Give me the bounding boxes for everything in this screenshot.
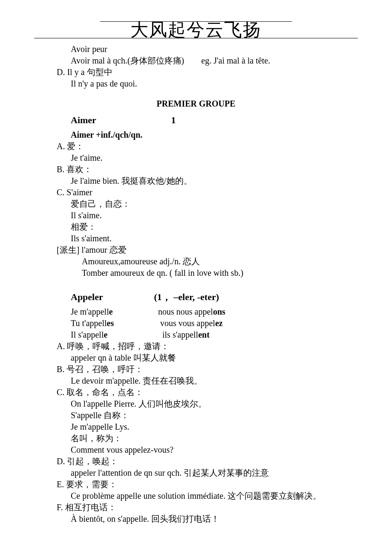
aimer-c-l3: 相爱： [34, 221, 358, 233]
appeler-e-head: 要求，需要： [66, 480, 117, 489]
appeler-a-marker: A. [57, 341, 65, 351]
conj-3r-a: ils s'appell [162, 330, 198, 339]
appeler-c-head: 取名，命名，点名： [66, 387, 143, 397]
verb-aimer-head: Aimer 1 [34, 114, 358, 127]
conj-3r-b: ent [198, 330, 210, 339]
aimer-deriv-3: Tomber amoureux de qn. ( fall in love wi… [34, 267, 358, 279]
aimer-c-l2: Il s'aime. [34, 210, 358, 221]
intro-d-row: D. Il y a 句型中 [34, 66, 358, 78]
appeler-c-l4: 名叫，称为： [34, 433, 358, 444]
aimer-b-marker: B. [57, 165, 64, 174]
appeler-f-row: F. 相互打电话： [34, 502, 358, 513]
page-header: 大风起兮云飞扬 [34, 21, 358, 38]
conj-1r-b: ons [213, 307, 225, 316]
appeler-b-row: B. 号召，召唤，呼吁： [34, 364, 358, 375]
conj-3l-a: Il s'appell [71, 330, 104, 339]
section-premier-groupe: PREMIER GROUPE [34, 98, 358, 110]
aimer-c-l1: 爱自己，自恋： [34, 198, 358, 210]
appeler-f-marker: F. [57, 503, 63, 512]
aimer-b-row: B. 喜欢： [34, 164, 358, 175]
aimer-b-example: Je l'aime bien. 我挺喜欢他/她的。 [34, 175, 358, 187]
content: Avoir peur Avoir mal à qch.(身体部位疼痛) eg. … [34, 43, 358, 524]
intro-line-1: Avoir peur [34, 43, 358, 55]
appeler-c-l1: On l'appelle Pierre. 人们叫他皮埃尔。 [34, 398, 358, 410]
aimer-a-head: 爱： [67, 142, 84, 151]
conj-1l-b: e [109, 307, 113, 316]
verb-appeler-name: Appeler [71, 291, 152, 304]
conj-1r-a: nous nous appel [158, 307, 213, 316]
conj-row-3: Il s'appelle ils s'appellent [34, 329, 358, 341]
aimer-c-marker: C. [57, 188, 64, 197]
appeler-d-head: 引起，唤起： [67, 457, 118, 466]
aimer-subhead: Aimer +inf./qch/qn. [34, 129, 358, 141]
aimer-a-marker: A. [57, 142, 65, 151]
aimer-a-row: A. 爱： [34, 141, 358, 152]
conj-row-1: Je m'appelle nous nous appelons [34, 306, 358, 318]
appeler-b-example: Le devoir m'appelle. 责任在召唤我。 [34, 375, 358, 387]
appeler-a-row: A. 呼唤，呼喊，招呼，邀请： [34, 341, 358, 352]
intro-line-2b: eg. J'ai mal à la tête. [201, 56, 270, 65]
intro-d-marker: D. [57, 67, 65, 77]
verb-appeler-head: Appeler (1， –eler, -eter) [34, 291, 358, 304]
appeler-c-marker: C. [57, 387, 64, 397]
intro-line-2a: Avoir mal à qch.(身体部位疼痛) [71, 56, 184, 65]
intro-d-head: Il y a 句型中 [67, 67, 112, 77]
appeler-c-l2: S'appelle 自称： [34, 410, 358, 421]
aimer-c-head: S'aimer [66, 188, 92, 197]
aimer-a-example: Je t'aime. [34, 152, 358, 164]
appeler-d-row: D. 引起，唤起： [34, 456, 358, 467]
appeler-e-example: Ce problème appelle une solution immédia… [34, 490, 358, 502]
aimer-deriv-2: Amoureux,amoureuse adj./n. 恋人 [34, 256, 358, 267]
conj-2l-a: Tu t'appell [71, 318, 107, 328]
conj-row-2: Tu t'appelles vous vous appelez [34, 318, 358, 329]
appeler-d-marker: D. [57, 457, 65, 466]
aimer-c-l4: Ils s'aiment. [34, 233, 358, 244]
intro-d-example: Il n'y a pas de quoi. [34, 78, 358, 90]
appeler-a-example: appeler qn à table 叫某人就餐 [34, 352, 358, 364]
verb-aimer-name: Aimer [71, 114, 169, 127]
appeler-b-head: 号召，召唤，呼吁： [66, 364, 143, 374]
appeler-c-l3: Je m'appelle Lys. [34, 421, 358, 433]
verb-appeler-number: (1， –eler, -eter) [154, 292, 219, 302]
aimer-b-head: 喜欢： [66, 165, 92, 174]
appeler-c-l5: Comment vous appelez-vous? [34, 444, 358, 456]
aimer-c-row: C. S'aimer [34, 187, 358, 198]
aimer-deriv-1: [派生] l'amour 恋爱 [34, 244, 358, 256]
conj-2l-b: es [107, 318, 114, 328]
appeler-d-example: appeler l'attention de qn sur qch. 引起某人对… [34, 467, 358, 479]
verb-aimer-number: 1 [171, 115, 176, 125]
intro-line-2: Avoir mal à qch.(身体部位疼痛) eg. J'ai mal à … [34, 55, 358, 66]
conj-3l-b: e [104, 330, 107, 339]
page: 大风起兮云飞扬 Avoir peur Avoir mal à qch.(身体部位… [0, 0, 392, 542]
appeler-c-row: C. 取名，命名，点名： [34, 387, 358, 398]
conj-2r-a: vous vous appel [160, 318, 215, 328]
appeler-e-marker: E. [57, 480, 64, 489]
appeler-f-example: À bientôt, on s'appelle. 回头我们打电话！ [34, 513, 358, 525]
conj-2r-b: ez [215, 318, 223, 328]
header-title: 大风起兮云飞扬 [130, 20, 262, 40]
appeler-b-marker: B. [57, 364, 64, 374]
appeler-f-head: 相互打电话： [65, 503, 116, 512]
appeler-a-head: 呼唤，呼喊，招呼，邀请： [67, 341, 169, 351]
appeler-e-row: E. 要求，需要： [34, 479, 358, 490]
conj-1l-a: Je m'appell [71, 307, 109, 316]
